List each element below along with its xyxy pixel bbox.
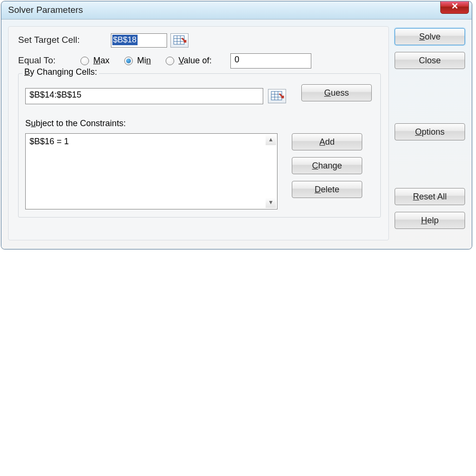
right-button-column: Solve Close Options Reset All Help (395, 28, 465, 236)
max-radio[interactable] (80, 57, 89, 65)
min-radio[interactable] (124, 57, 133, 65)
close-window-button[interactable]: ✕ (440, 1, 469, 14)
value-of-input[interactable]: 0 (230, 53, 311, 69)
value-of-radio[interactable] (166, 57, 174, 65)
target-cell-value: $B$18 (112, 35, 138, 45)
window-title: Solver Parameters (8, 5, 83, 15)
solve-button[interactable]: Solve (395, 28, 465, 45)
main-panel: Set Target Cell: $B$18 (8, 26, 389, 240)
equal-to-row: Equal To: Max Min Value of: 0 (18, 53, 381, 69)
add-button[interactable]: Add (292, 133, 362, 150)
target-cell-row: Set Target Cell: $B$18 (18, 33, 381, 48)
scroll-down-icon[interactable]: ▼ (266, 198, 276, 208)
solver-parameters-dialog: Solver Parameters ✕ Set Target Cell: $B$… (1, 1, 472, 249)
options-button[interactable]: Options (395, 123, 465, 140)
changing-cells-input[interactable]: $B$14:$B$15 (25, 88, 263, 104)
constraints-label: Subject to the Constraints: (25, 119, 374, 129)
close-button[interactable]: Close (395, 52, 465, 69)
dialog-body: Set Target Cell: $B$18 (1, 20, 472, 249)
svg-rect-5 (271, 91, 282, 100)
svg-rect-0 (174, 36, 184, 44)
close-icon: ✕ (451, 1, 458, 11)
collapse-dialog-icon[interactable] (170, 33, 188, 48)
min-label[interactable]: Min (137, 56, 151, 65)
reset-all-button[interactable]: Reset All (395, 188, 465, 205)
constraints-listbox[interactable]: $B$16 = 1 ▲ ▼ (25, 133, 278, 209)
value-of-label[interactable]: Value of: (178, 56, 212, 65)
equal-to-label: Equal To: (18, 55, 56, 65)
guess-button[interactable]: Guess (301, 84, 372, 101)
scroll-up-icon[interactable]: ▲ (266, 135, 276, 145)
max-label[interactable]: Max (93, 56, 109, 65)
by-changing-label: By Changing Cells: (22, 67, 99, 77)
title-bar: Solver Parameters ✕ (1, 1, 472, 20)
change-button[interactable]: Change (292, 157, 362, 174)
collapse-dialog-icon-2[interactable] (268, 89, 286, 103)
help-button[interactable]: Help (395, 212, 465, 229)
changing-cells-group: By Changing Cells: $B$14:$B$15 (18, 73, 381, 218)
target-cell-input[interactable]: $B$18 (111, 33, 167, 48)
delete-button[interactable]: Delete (292, 181, 362, 198)
constraint-item[interactable]: $B$16 = 1 (30, 137, 273, 147)
set-target-label: Set Target Cell: (18, 35, 80, 45)
